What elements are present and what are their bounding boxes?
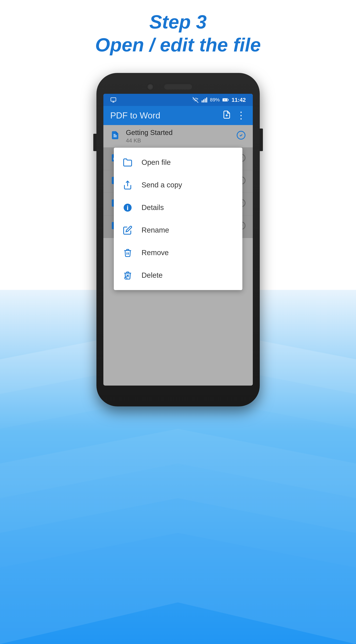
menu-label-open-file: Open file [142,158,171,166]
svg-rect-10 [202,100,203,102]
toolbar-title: PDF to Word [110,110,222,120]
file-size-1: 44 KB [126,138,231,144]
wifi-icon [192,97,199,103]
menu-label-delete: Delete [142,271,163,280]
delete-icon [123,270,133,280]
phone-device: 89% 11:42 PDF to Word [96,73,260,406]
menu-item-details[interactable]: Details [114,196,242,219]
toolbar-actions: ⋮ [222,110,246,121]
file-item-1[interactable]: Getting Started 44 KB [103,125,253,148]
more-options-icon[interactable]: ⋮ [236,111,246,120]
battery-icon [222,97,229,102]
heading-line2: Open / edit the file [0,33,356,56]
phone-screen: 89% 11:42 PDF to Word [103,94,253,386]
check-svg-1 [236,130,246,140]
menu-item-delete[interactable]: Delete [114,264,242,286]
menu-item-open-file[interactable]: Open file [114,151,242,174]
menu-item-rename[interactable]: Rename [114,219,242,242]
info-svg [123,203,132,212]
battery-percent: 89% [210,97,220,103]
file-doc-icon-1 [110,130,121,142]
context-menu: Open file Send a copy [114,148,242,290]
trash-x-svg [123,270,132,280]
screen-icon [110,97,116,103]
menu-label-rename: Rename [142,226,169,234]
svg-rect-12 [205,98,206,102]
phone-top-bar [143,82,213,92]
earpiece-speaker [164,84,192,90]
add-file-svg [222,110,231,119]
page-heading: Step 3 Open / edit the file [0,10,356,56]
menu-item-remove[interactable]: Remove [114,242,242,264]
folder-svg [123,158,132,167]
svg-rect-7 [111,98,116,101]
heading-line1: Step 3 [0,10,356,33]
menu-item-send-copy[interactable]: Send a copy [114,174,242,196]
svg-rect-11 [203,99,204,102]
pencil-svg [123,226,132,235]
svg-rect-15 [228,99,228,100]
menu-label-send-copy: Send a copy [142,181,182,189]
svg-point-35 [124,276,127,280]
status-bar: 89% 11:42 [103,94,253,106]
status-right: 89% 11:42 [192,97,246,103]
open-file-icon [123,157,133,168]
front-camera [147,83,154,90]
doc-svg-1 [110,130,120,140]
power-button [260,128,263,151]
add-file-icon[interactable] [222,110,231,121]
sensor [202,83,209,90]
remove-icon [123,248,133,258]
file-name-1: Getting Started [126,129,231,136]
rename-icon [123,225,133,235]
menu-label-remove: Remove [142,248,169,257]
signal-icon [201,97,207,103]
file-info-1: Getting Started 44 KB [126,129,231,144]
app-toolbar: PDF to Word ⋮ [103,106,253,125]
volume-button [93,134,96,151]
trash-svg [123,248,132,258]
details-icon [123,202,133,213]
menu-label-details: Details [142,204,164,212]
status-left [110,97,116,103]
svg-point-33 [127,206,128,206]
more-dots: ⋮ [236,110,246,121]
file-list: Getting Started 44 KB [103,125,253,238]
file-check-icon-1 [236,130,246,142]
share-svg [123,180,132,190]
send-copy-icon [123,180,133,190]
svg-rect-13 [206,97,207,102]
status-time: 11:42 [232,97,246,103]
